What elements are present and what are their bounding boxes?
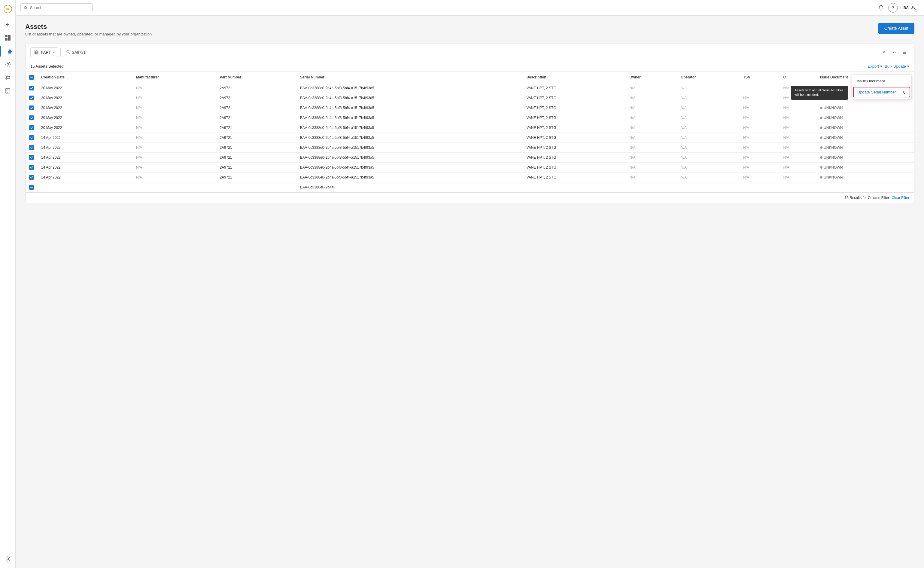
clear-filter-link[interactable]: Clear Filter — [892, 196, 909, 200]
sidebar-item-settings[interactable] — [2, 554, 13, 564]
table-cell: N/A — [740, 103, 780, 113]
help-icon[interactable]: ? — [888, 3, 898, 13]
table-cell: VANE HPT, 2 STG — [523, 153, 626, 163]
operator-header[interactable]: Operator — [677, 72, 740, 83]
sidebar-item-documents[interactable] — [2, 85, 13, 96]
row-checkbox-cell[interactable] — [26, 163, 38, 172]
row-checkbox-cell[interactable] — [26, 113, 38, 123]
row-checkbox-cell[interactable] — [26, 93, 38, 103]
filter-search-area: 2A9721 — [63, 48, 473, 57]
bulk-update-label: Bulk Update — [885, 64, 906, 68]
table-cell: 20 May 2022 — [38, 93, 133, 103]
part-number-header[interactable]: Part Number — [216, 72, 296, 83]
row-checkbox-cell[interactable] — [26, 172, 38, 183]
c-header[interactable]: C — [780, 72, 817, 83]
selection-bar: 15 Assets Selected Export ▾ Bulk Update … — [26, 61, 914, 72]
svg-point-7 — [24, 6, 26, 8]
manufacturer-header[interactable]: Manufacturer — [133, 72, 216, 83]
dropdown-menu: Issue Document Update Serial Number — [852, 74, 912, 100]
table-cell — [216, 183, 296, 192]
table-cell: 2A9721 — [216, 172, 296, 183]
creation-date-header[interactable]: Creation Date ↓ — [38, 72, 133, 83]
sort-desc-icon: ↓ — [66, 76, 68, 79]
export-button[interactable]: Export ▾ — [868, 64, 883, 68]
table-cell: N/A — [133, 123, 216, 133]
table-cell: N/A — [780, 163, 817, 172]
row-checkbox-cell[interactable] — [26, 83, 38, 93]
sidebar-item-dashboard[interactable] — [2, 32, 13, 43]
table-cell: N/A — [677, 143, 740, 153]
table-cell: N/A — [626, 172, 677, 183]
sidebar-item-transfer[interactable] — [2, 72, 13, 83]
table-cell: VANE HPT, 2 STG — [523, 83, 626, 93]
selection-count: 15 Assets Selected — [30, 64, 64, 68]
app-logo[interactable] — [2, 4, 13, 14]
table-cell: VANE HPT, 2 STG — [523, 172, 626, 183]
table-cell: 2A9721 — [216, 103, 296, 113]
row-checkbox-cell[interactable] — [26, 183, 38, 192]
filter-actions: ⋯ — [889, 47, 909, 57]
table-cell: VANE HPT, 2 STG — [523, 123, 626, 133]
table-cell: BAA-0c3388e0-2b4a-5bf8-5bf4-a1517b4f93a5 — [297, 103, 523, 113]
row-checkbox-cell[interactable] — [26, 103, 38, 113]
table-cell: BAA-0c3388e0-2b4a-5bf8-5bf4-a1517b4f93a5 — [297, 172, 523, 183]
filter-more-button[interactable]: ⋯ — [889, 47, 898, 57]
table-cell: N/A — [626, 83, 677, 93]
issue-doc-cell: UNKNOWN — [817, 163, 914, 172]
search-input[interactable] — [30, 5, 89, 10]
user-chip[interactable]: BA — [900, 4, 919, 12]
table-row: 20 May 2022N/A2A9721BAA-0c3388e0-2b4a-5b… — [26, 83, 914, 93]
user-initials: BA — [904, 6, 909, 10]
table-container: 15 Assets Selected Export ▾ Bulk Update … — [25, 61, 914, 203]
bulk-update-button[interactable]: Bulk Update ▾ — [885, 64, 909, 68]
creation-date-label: Creation Date — [41, 75, 65, 79]
row-checkbox-cell[interactable] — [26, 133, 38, 143]
description-header[interactable]: Description — [523, 72, 626, 83]
table-cell — [523, 183, 626, 192]
dropdown-item-update-serial-number[interactable]: Update Serial Number — [853, 87, 910, 97]
table-cell: N/A — [626, 143, 677, 153]
table-cell: N/A — [133, 103, 216, 113]
svg-point-4 — [7, 63, 9, 65]
table-cell: 20 May 2022 — [38, 103, 133, 113]
table-cell — [740, 83, 780, 93]
row-checkbox-cell[interactable] — [26, 123, 38, 133]
filter-columns-button[interactable] — [900, 47, 909, 57]
sidebar-item-add[interactable]: + — [2, 19, 13, 30]
table-cell: N/A — [677, 113, 740, 123]
issue-doc-cell: UNKNOWN — [817, 113, 914, 123]
user-avatar-icon — [910, 5, 916, 11]
table-cell: BAA-0c3388e0-2b4a-5bf8-5bf4-a1517b4f93a5 — [297, 153, 523, 163]
filter-type-selector[interactable]: PART ▾ — [30, 47, 58, 57]
table-cell: 14 Apr 2022 — [38, 143, 133, 153]
owner-header[interactable]: Owner — [626, 72, 677, 83]
notifications-icon[interactable] — [876, 3, 886, 13]
table-cell: N/A — [626, 103, 677, 113]
table-row: BAA-0c3388e0-2b4a- — [26, 183, 914, 192]
search-box[interactable] — [20, 3, 92, 12]
table-cell: 2A9721 — [216, 133, 296, 143]
page-subtitle: List of assets that are owned, operated,… — [25, 32, 152, 36]
table-cell: BAA-0c3388e0-2b4a-5bf8-5bf4-a1517b4f93a5 — [297, 163, 523, 172]
table-cell: N/A — [133, 143, 216, 153]
row-checkbox-cell[interactable] — [26, 153, 38, 163]
table-row: 14 Apr 2022N/A2A9721BAA-0c3388e0-2b4a-5b… — [26, 163, 914, 172]
tsn-header[interactable]: TSN — [740, 72, 780, 83]
table-cell: N/A — [740, 153, 780, 163]
table-cell: VANE HPT, 2 STG — [523, 103, 626, 113]
table-cell: N/A — [740, 172, 780, 183]
row-checkbox-cell[interactable] — [26, 143, 38, 153]
serial-number-header[interactable]: Serial Number — [297, 72, 523, 83]
sidebar-item-maintenance[interactable] — [2, 59, 13, 70]
table-cell: BAA-0c3388e0-2b4a-5bf8-5bf4-a1517b4f93a5 — [297, 143, 523, 153]
page-title: Assets — [25, 23, 152, 31]
dropdown-item-issue-document[interactable]: Issue Document — [852, 76, 911, 86]
table-cell: 20 May 2022 — [38, 113, 133, 123]
results-bar: 15 Results for Column Filter Clear Filte… — [26, 192, 914, 203]
create-asset-button[interactable]: Create Asset — [878, 23, 914, 34]
table-cell: 14 Apr 2022 — [38, 163, 133, 172]
export-chevron-icon: ▾ — [880, 64, 882, 68]
select-all-header[interactable] — [26, 72, 38, 83]
filter-clear-button[interactable]: × — [881, 48, 886, 56]
sidebar-item-assets[interactable] — [0, 46, 15, 56]
